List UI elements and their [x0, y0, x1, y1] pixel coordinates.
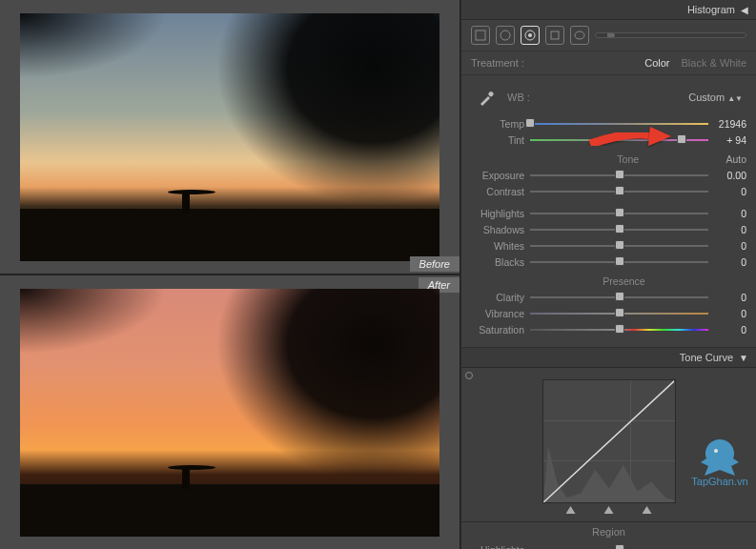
svg-rect-4: [551, 31, 559, 39]
svg-line-7: [543, 380, 675, 502]
before-label: Before: [410, 256, 460, 272]
wb-label: WB :: [500, 92, 688, 103]
tone-section-label: Tone: [530, 153, 725, 165]
highlights-slider[interactable]: Highlights 0: [471, 205, 746, 221]
preview-area: Before After: [0, 0, 460, 549]
clarity-value[interactable]: 0: [708, 292, 746, 303]
treatment-row: Treatment : Color Black & White: [461, 51, 756, 75]
tint-slider[interactable]: Tint + 94: [471, 132, 746, 148]
graduated-filter-tool[interactable]: [545, 26, 564, 45]
svg-point-8: [714, 449, 718, 453]
whites-value[interactable]: 0: [708, 240, 746, 252]
vibrance-value[interactable]: 0: [708, 308, 746, 319]
curve-split-shadow[interactable]: [566, 506, 576, 514]
blacks-slider[interactable]: Blacks 0: [471, 254, 746, 270]
preview-after[interactable]: After: [0, 275, 460, 549]
point-curve-toggle[interactable]: [465, 372, 473, 379]
svg-point-5: [575, 31, 584, 39]
temp-value[interactable]: 21946: [708, 118, 746, 130]
exposure-value[interactable]: 0.00: [708, 170, 746, 181]
shadows-value[interactable]: 0: [708, 224, 746, 235]
svg-text:TapGhan.vn: TapGhan.vn: [691, 476, 747, 487]
tint-value[interactable]: + 94: [708, 134, 746, 146]
curve-split-highlight[interactable]: [643, 506, 652, 514]
region-highlights-slider[interactable]: Highlights: [471, 541, 746, 549]
curve-split-mid[interactable]: [604, 506, 614, 514]
temp-slider[interactable]: Temp 21946: [471, 115, 746, 132]
shadows-slider[interactable]: Shadows 0: [471, 221, 746, 237]
treatment-color[interactable]: Color: [644, 57, 669, 69]
chevron-down-icon: ▼: [739, 353, 748, 363]
region-panel: Region Highlights: [461, 522, 756, 549]
preview-before[interactable]: Before: [0, 0, 460, 274]
auto-button[interactable]: Auto: [725, 153, 746, 165]
svg-rect-6: [487, 91, 494, 97]
basic-panel: WB : Custom ▲▼ Temp 21946 Tint + 94 Ton: [461, 75, 756, 348]
blacks-value[interactable]: 0: [708, 256, 746, 268]
svg-point-1: [501, 30, 510, 40]
whites-slider[interactable]: Whites 0: [471, 237, 746, 254]
treatment-label: Treatment :: [471, 57, 633, 69]
presence-section-label: Presence: [530, 275, 718, 287]
spot-removal-tool[interactable]: [496, 26, 515, 45]
eyedropper-icon[interactable]: [475, 85, 500, 110]
radial-filter-tool[interactable]: [570, 26, 589, 45]
crop-tool[interactable]: [471, 26, 490, 45]
saturation-slider[interactable]: Saturation 0: [471, 321, 746, 337]
redeye-tool[interactable]: [521, 26, 540, 45]
tone-curve-header[interactable]: Tone Curve▼: [461, 348, 756, 368]
contrast-value[interactable]: 0: [708, 186, 746, 197]
treatment-bw[interactable]: Black & White: [682, 57, 746, 69]
histogram-header[interactable]: Histogram◀: [461, 0, 756, 20]
region-section-label: Region: [471, 526, 746, 538]
tone-curve-graph[interactable]: [542, 379, 676, 503]
exposure-slider[interactable]: Exposure 0.00: [471, 167, 746, 183]
vibrance-slider[interactable]: Vibrance 0: [471, 305, 746, 321]
saturation-value[interactable]: 0: [708, 324, 746, 336]
wb-dropdown[interactable]: Custom ▲▼: [688, 92, 743, 103]
watermark-icon: TapGhan.vn: [691, 434, 748, 487]
mask-slider[interactable]: [595, 32, 746, 38]
tone-curve-panel: TapGhan.vn: [461, 368, 756, 522]
tool-strip: [461, 20, 756, 51]
contrast-slider[interactable]: Contrast 0: [471, 183, 746, 199]
clarity-slider[interactable]: Clarity 0: [471, 289, 746, 305]
highlights-value[interactable]: 0: [708, 208, 746, 219]
svg-rect-0: [476, 30, 485, 40]
chevron-left-icon: ◀: [741, 5, 748, 15]
svg-point-3: [528, 33, 532, 37]
develop-panel: Histogram◀ Treatment : Color Black & Whi…: [460, 0, 756, 549]
